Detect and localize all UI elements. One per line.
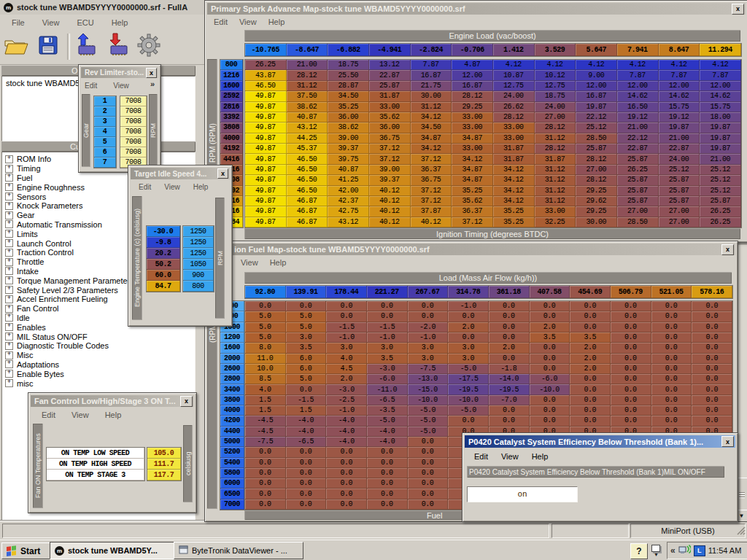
- table-cell[interactable]: 0.0: [367, 499, 408, 510]
- table-cell[interactable]: 25.12: [576, 122, 617, 133]
- table-cell[interactable]: -17.5: [448, 374, 489, 384]
- table-cell[interactable]: 4.12: [700, 60, 741, 70]
- task-button-tuner[interactable]: m stock tune WBAMD5Y...: [50, 542, 179, 559]
- table-cell[interactable]: -11.0: [367, 384, 408, 394]
- table-cell[interactable]: -1.8: [489, 364, 530, 374]
- table-cell[interactable]: 46.87: [287, 206, 328, 217]
- table-cell[interactable]: 3.0: [448, 354, 489, 364]
- rpm-cell[interactable]: 7008: [120, 137, 147, 147]
- table-cell[interactable]: 41.25: [328, 175, 369, 185]
- table-cell[interactable]: -6.5: [367, 395, 408, 405]
- table-cell[interactable]: 32.25: [535, 217, 576, 228]
- table-cell[interactable]: 0.0: [448, 332, 489, 343]
- table-cell[interactable]: 4.12: [659, 60, 700, 70]
- spark-titlebar[interactable]: Primary Spark Advance Map-stock tune WBA…: [207, 3, 746, 15]
- table-cell[interactable]: 43.87: [245, 70, 287, 80]
- table-cell[interactable]: 12.00: [617, 81, 659, 91]
- table-cell[interactable]: 0.0: [326, 301, 367, 311]
- table-cell[interactable]: 14.62: [700, 91, 741, 101]
- table-cell[interactable]: 0.0: [286, 301, 327, 311]
- table-cell[interactable]: 25.87: [369, 81, 411, 91]
- table-cell[interactable]: -1.5: [367, 322, 408, 332]
- table-cell[interactable]: 2.0: [489, 343, 530, 353]
- y-axis-cell[interactable]: 2600: [220, 364, 244, 374]
- table-cell[interactable]: 0.0: [245, 468, 286, 478]
- table-cell[interactable]: 49.87: [245, 144, 287, 154]
- table-cell[interactable]: 0.0: [367, 301, 408, 311]
- table-cell[interactable]: -15.0: [408, 384, 449, 394]
- table-cell[interactable]: 0.0: [408, 499, 449, 510]
- y-axis-cell[interactable]: 4192: [220, 144, 243, 154]
- gear-cell[interactable]: 3: [94, 117, 116, 127]
- table-cell[interactable]: 40.12: [369, 206, 411, 217]
- table-cell[interactable]: 0.0: [367, 478, 408, 489]
- y-axis-cell[interactable]: 5000: [220, 437, 244, 447]
- close-icon[interactable]: x: [721, 244, 734, 255]
- table-cell[interactable]: 25.87: [700, 196, 741, 206]
- table-cell[interactable]: 0.0: [489, 354, 530, 364]
- table-cell[interactable]: -1.5: [286, 395, 327, 405]
- table-cell[interactable]: 21.00: [287, 60, 328, 70]
- x-axis-cell[interactable]: 7.941: [617, 44, 659, 56]
- save-button[interactable]: [34, 31, 63, 62]
- table-cell[interactable]: 0.0: [367, 447, 408, 457]
- table-cell[interactable]: 49.87: [245, 206, 287, 217]
- table-cell[interactable]: 3.0: [286, 332, 327, 343]
- table-cell[interactable]: 0.0: [367, 458, 408, 468]
- table-cell[interactable]: 31.12: [535, 186, 576, 196]
- close-icon[interactable]: x: [146, 68, 157, 78]
- table-cell[interactable]: 11.0: [245, 354, 286, 364]
- table-cell[interactable]: 7.87: [700, 70, 741, 80]
- tree-item[interactable]: +Misc: [2, 351, 195, 360]
- table-cell[interactable]: -3.0: [367, 364, 408, 374]
- temperature-cell[interactable]: -30.0: [147, 226, 180, 237]
- table-cell[interactable]: 49.87: [245, 112, 287, 122]
- y-axis-cell[interactable]: 4000: [220, 133, 243, 144]
- table-cell[interactable]: 16.50: [617, 102, 659, 112]
- table-cell[interactable]: 0.0: [530, 395, 570, 405]
- table-cell[interactable]: 0.0: [286, 499, 327, 510]
- menu-help[interactable]: Help: [268, 18, 285, 26]
- rpm-cell[interactable]: 1250: [183, 226, 214, 237]
- table-cell[interactable]: -1.0: [367, 332, 408, 343]
- table-cell[interactable]: 0.0: [489, 301, 530, 311]
- table-cell[interactable]: 0.0: [651, 343, 692, 353]
- table-cell[interactable]: 0.0: [570, 395, 611, 405]
- table-cell[interactable]: 0.0: [611, 322, 651, 332]
- table-cell[interactable]: 42.75: [328, 206, 369, 217]
- table-cell[interactable]: -4.0: [367, 427, 408, 437]
- x-axis-cell[interactable]: -2.824: [411, 44, 452, 56]
- table-cell[interactable]: 28.12: [452, 91, 493, 101]
- table-cell[interactable]: 37.12: [411, 154, 452, 164]
- table-cell[interactable]: 4.0: [326, 354, 367, 364]
- table-cell[interactable]: 34.12: [493, 165, 535, 175]
- table-cell[interactable]: 0.0: [245, 489, 286, 499]
- expand-plus-icon[interactable]: +: [5, 323, 13, 331]
- table-cell[interactable]: 0.0: [489, 322, 530, 332]
- table-cell[interactable]: 0.0: [692, 395, 732, 405]
- table-cell[interactable]: 0.0: [692, 384, 732, 394]
- fan-row-label[interactable]: ON TEMP HIGH SPEED: [47, 459, 144, 470]
- table-cell[interactable]: 46.87: [287, 196, 328, 206]
- cascade-windows-button[interactable]: ▼: [650, 544, 663, 557]
- table-cell[interactable]: 25.87: [617, 186, 659, 196]
- table-cell[interactable]: 0.0: [489, 311, 530, 322]
- x-axis-cell[interactable]: 314.78: [448, 286, 489, 298]
- table-cell[interactable]: 14.62: [617, 91, 659, 101]
- table-cell[interactable]: 35.25: [493, 217, 535, 228]
- table-cell[interactable]: 40.12: [411, 217, 452, 228]
- rpm-cell[interactable]: 7008: [120, 127, 147, 137]
- table-cell[interactable]: -1.0: [326, 332, 367, 343]
- gear-cell[interactable]: 1: [94, 96, 116, 106]
- table-cell[interactable]: 0.0: [489, 416, 530, 426]
- x-axis-cell[interactable]: 407.58: [530, 286, 570, 298]
- y-axis-cell[interactable]: 800: [220, 60, 243, 70]
- table-cell[interactable]: 5.0: [286, 322, 327, 332]
- table-cell[interactable]: -2.5: [326, 395, 367, 405]
- table-cell[interactable]: 2.0: [570, 343, 611, 353]
- table-cell[interactable]: 19.87: [659, 122, 700, 133]
- table-cell[interactable]: 0.0: [489, 405, 530, 416]
- table-cell[interactable]: 49.87: [245, 91, 287, 101]
- gear-cell[interactable]: 5: [94, 137, 116, 147]
- rpm-cell[interactable]: 7008: [120, 147, 147, 158]
